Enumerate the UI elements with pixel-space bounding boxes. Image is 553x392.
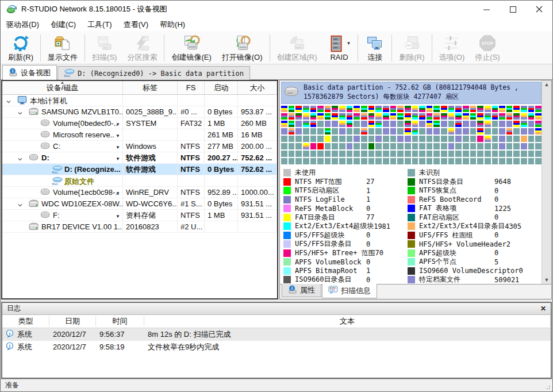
- legend-item: NTFS LogFile1: [283, 196, 408, 204]
- tree-row[interactable]: BR17 DEVICE V1.00 1....20160823#2 U...: [2, 221, 277, 233]
- device-cell: Rec.D: (Recognize...: [2, 164, 123, 175]
- partition-search-icon: [133, 34, 151, 52]
- raid-icon: ▼: [328, 34, 351, 53]
- scan-panel-scrollbar[interactable]: ▲ ▼: [542, 80, 551, 284]
- log-row[interactable]: i系统2020/12/79:56:378m 12s 的 D: 扫描已完成: [2, 328, 551, 341]
- tab-properties[interactable]: i属性: [282, 284, 321, 297]
- device-cell: Rec.原始文件: [2, 175, 123, 186]
- mount-dropdown-icon[interactable]: ▼: [116, 122, 120, 127]
- mount-dropdown-icon[interactable]: ▼: [116, 191, 120, 196]
- show-files-button[interactable]: 显示文件: [43, 32, 83, 64]
- legend-swatch: [283, 214, 291, 221]
- scan-block: [535, 136, 542, 142]
- scan-panel-tab-bar: i属性扫描信息: [280, 284, 551, 299]
- expander-chevron-icon[interactable]: [6, 98, 11, 103]
- mount-dropdown-icon[interactable]: ▼: [116, 133, 120, 139]
- scroll-down-icon[interactable]: ▼: [544, 277, 550, 283]
- log-column-header[interactable]: 时间: [96, 316, 144, 326]
- tree-column-header[interactable]: 设备/磁盘▲: [2, 81, 123, 94]
- tree-row[interactable]: Volume{0bedecf0-..▼SYSTEMFAT321 MB260 MB: [2, 118, 277, 129]
- menu-item[interactable]: 工具(T): [82, 18, 118, 31]
- legend-item: UFS/FFS 柱面组0: [408, 232, 542, 240]
- legend-swatch: [408, 187, 415, 194]
- scan-block: [433, 121, 440, 127]
- mount-dropdown-icon[interactable]: ▼: [116, 145, 120, 150]
- scan-block: [448, 106, 455, 112]
- tree-row[interactable]: WDC WD10EZEX-08W...WD-WCC6Y6...#1 S...0 …: [2, 198, 277, 210]
- scan-block: [499, 151, 505, 157]
- mount-dropdown-icon[interactable]: ▼: [116, 156, 120, 162]
- tree-row[interactable]: D:▼软件游戏NTFS200.27 ...752.62 ...: [2, 152, 277, 164]
- tree-row[interactable]: F:▼资料存储NTFS1 MB931.51 ...: [2, 210, 277, 221]
- tree-row[interactable]: SAMSUNG MZVLB1T0...0025_388B_9...#0 ...0…: [2, 106, 277, 118]
- toolbar-button-label: 创建区域(R): [277, 52, 317, 63]
- tree-column-header[interactable]: 标签: [123, 81, 178, 94]
- connect-button[interactable]: 连接: [360, 32, 390, 64]
- tree-row[interactable]: Rec.原始文件: [2, 175, 277, 187]
- resize-grip[interactable]: [544, 383, 551, 390]
- tree-row[interactable]: Rec.D: (Recognize...软件游戏NTFS0 Bytes752.6…: [2, 164, 277, 175]
- expander-chevron-icon[interactable]: [17, 201, 23, 207]
- tree-row[interactable]: Microsoft reserve..▼261 MB16 MB: [2, 129, 277, 141]
- tree-header: 设备/磁盘▲标签FS启动大小: [2, 81, 277, 95]
- expander-chevron-icon[interactable]: [17, 155, 23, 161]
- legend-swatch: [283, 196, 291, 203]
- mount-dropdown-icon[interactable]: ▼: [116, 214, 120, 219]
- maximize-button[interactable]: [500, 1, 526, 18]
- legend-label: HFS/HFS+ VolumeHeader: [419, 240, 506, 248]
- disk-icon: [29, 199, 39, 208]
- scan-block: [325, 136, 331, 142]
- tree-cell-label: 软件游戏: [123, 152, 178, 163]
- log-date-cell: 2020/12/7: [49, 341, 96, 353]
- scan-block: [477, 158, 483, 164]
- tab-scan-info[interactable]: 扫描信息: [322, 284, 377, 298]
- legend-label: APFS VolumeBlock: [295, 258, 366, 266]
- legend-label: Ext2/Ext3/Ext4目录条目: [419, 221, 505, 231]
- legend-swatch: [408, 249, 415, 257]
- tab-label: 设备视图: [21, 68, 51, 78]
- scan-block: [513, 158, 520, 164]
- scan-block: [485, 128, 491, 134]
- scan-block: [470, 128, 477, 134]
- menu-item[interactable]: 创建(C): [45, 18, 82, 31]
- minimize-button[interactable]: [473, 1, 500, 18]
- scan-block: [310, 136, 317, 142]
- refresh-button[interactable]: 刷新(R): [3, 32, 39, 64]
- tree-cell-label: 0025_388B_9...: [123, 106, 178, 117]
- scan-block: [303, 158, 309, 164]
- expander-chevron-icon[interactable]: [17, 109, 23, 115]
- scan-block: [390, 128, 397, 134]
- tree-column-header[interactable]: FS: [178, 81, 205, 94]
- scan-block: [405, 106, 411, 112]
- open-image-button[interactable]: 打开镜像(O): [217, 32, 268, 64]
- scan-block: [499, 158, 505, 164]
- legend-label: NTFS MFT范围: [295, 177, 366, 187]
- create-image-button[interactable]: 创建镜像(E): [166, 32, 216, 64]
- log-close-icon[interactable]: ✕: [540, 305, 546, 313]
- tree-row[interactable]: Volume{1ecb0c98-..▼WinRE_DRVNTFS952.89 .…: [2, 187, 277, 198]
- scroll-up-icon[interactable]: ▲: [544, 82, 550, 87]
- tree-row[interactable]: 本地计算机: [2, 95, 277, 106]
- raid-button[interactable]: ▼RAID: [322, 32, 356, 64]
- menu-item[interactable]: 查看(V): [118, 18, 154, 31]
- log-column-header[interactable]: 日期: [49, 316, 96, 326]
- scan-block: [375, 113, 382, 120]
- legend-swatch: [283, 276, 291, 283]
- tab-device-view[interactable]: i设备视图: [2, 65, 57, 80]
- device-name: SAMSUNG MZVLB1T0...: [41, 107, 123, 116]
- tree-column-header[interactable]: 大小: [238, 81, 277, 94]
- tab-partition[interactable]: Rec.D: (Recognized0) -> Basic data parti…: [57, 66, 250, 80]
- legend-swatch: [408, 205, 415, 212]
- log-column-header[interactable]: 文本: [144, 316, 551, 326]
- tree-column-header[interactable]: 启动: [205, 81, 238, 94]
- tree-row[interactable]: C:▼WindowsNTFS277 MB200.00 ...: [2, 141, 277, 152]
- log-column-header[interactable]: 类型: [2, 316, 49, 326]
- menu-item[interactable]: 驱动器(D): [1, 18, 45, 31]
- menu-item[interactable]: 帮助(H): [154, 18, 191, 31]
- scan-block: [405, 128, 411, 134]
- close-button[interactable]: [526, 1, 552, 18]
- scan-block: [347, 136, 353, 142]
- dropdown-arrow-icon[interactable]: ▼: [347, 41, 351, 46]
- scan-block-map[interactable]: [281, 106, 542, 164]
- log-row[interactable]: i系统2020/12/79:58:19文件枚举在9秒内完成: [2, 341, 551, 353]
